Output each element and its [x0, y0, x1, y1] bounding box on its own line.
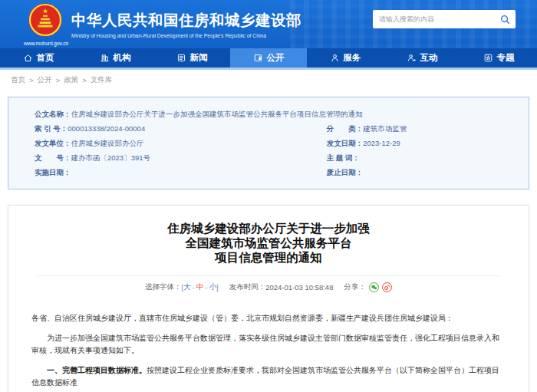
meta-value: 建筑市场监管: [363, 121, 407, 136]
search-input[interactable]: [373, 15, 494, 23]
dash: -: [205, 283, 207, 292]
paragraph-intro: 为进一步加强全国建筑市场监管公共服务平台数据管理，落实各级住房城乡建设主管部门数…: [31, 332, 506, 357]
nav-item-special-topic[interactable]: 专题: [460, 48, 537, 68]
dash: -: [193, 283, 195, 292]
meta-value: 2023-12-29: [363, 136, 400, 150]
meta-row-index: 索 引 号： 000013338/2024-00004 分 类： 建筑市场监管: [35, 121, 513, 136]
interaction-icon: [407, 53, 417, 63]
meta-value: 住房城乡建设部办公厅: [71, 136, 144, 150]
breadcrumb-separator: >: [56, 76, 61, 84]
document-body: 各省、自治区住房城乡建设厅，直辖市住房城乡建设（管）委，北京市规划自然资源委，新…: [31, 312, 506, 389]
publish-time-label: 发布时间：: [229, 282, 266, 292]
nav-item-organization[interactable]: 机构: [77, 48, 153, 68]
breadcrumb-item-policy[interactable]: 政策: [64, 75, 78, 85]
nav-item-interaction[interactable]: 互动: [384, 48, 460, 68]
document-meta-panel: 公文名称： 住房城乡建设部办公厅关于进一步加强全国建筑市场监管公共服务平台项目信…: [8, 97, 529, 189]
paragraph-salutation: 各省、自治区住房城乡建设厅，直辖市住房城乡建设（管）委，北京市规划自然资源委，新…: [31, 312, 506, 324]
paragraph-item1-lead: 一、完善工程项目数据标准。: [47, 366, 147, 374]
site-header: www.mohurd.gov.cn 中华人民共和国住房和城乡建设部 Minist…: [0, 0, 537, 48]
document-title-line: 项目信息管理的通知: [31, 250, 506, 265]
wechat-share-button[interactable]: [369, 282, 379, 292]
page: www.mohurd.gov.cn 中华人民共和国住房和城乡建设部 Minist…: [0, 0, 537, 392]
meta-label: 发文日期：: [327, 136, 364, 150]
bracket: ]: [216, 283, 219, 292]
document-box: 住房城乡建设部办公厅关于进一步加强 全国建筑市场监管公共服务平台 项目信息管理的…: [8, 205, 529, 392]
breadcrumb-separator: >: [82, 76, 87, 84]
nav-item-label: 公开: [267, 52, 285, 64]
nav-item-label: 专题: [497, 52, 515, 64]
national-emblem-logo: [28, 3, 62, 37]
meta-row-issuer: 发文单位： 住房城乡建设部办公厅 发文日期： 2023-12-29: [35, 136, 513, 150]
publish-time: 2024-01-03 10:58:48: [265, 283, 333, 292]
meta-value: 000013338/2024-00004: [68, 121, 145, 136]
main-nav: 首页 机构 新闻 公开 服务 互动 专题: [0, 48, 537, 70]
breadcrumb-item-home[interactable]: 首页: [11, 75, 25, 85]
nav-item-label: 机构: [114, 52, 131, 64]
search-box: [373, 10, 516, 28]
document-toolbar: 选择字体： [ 大 - 中 - 小 ] 发布时间： 2024-01-03 10:…: [31, 276, 506, 292]
nav-item-label: 互动: [420, 52, 438, 64]
share-label: 分享：: [344, 282, 366, 292]
weibo-share-button[interactable]: [382, 282, 392, 292]
font-size-medium-button[interactable]: 中: [196, 282, 204, 292]
search-button[interactable]: [494, 10, 516, 28]
breadcrumb-item-disclosure[interactable]: 公开: [38, 75, 52, 85]
special-topic-icon: [483, 53, 493, 63]
meta-label: 主 题 词：: [327, 150, 360, 165]
document-title-line: 住房城乡建设部办公厅关于进一步加强: [31, 221, 506, 236]
nav-item-home[interactable]: 首页: [0, 48, 77, 68]
breadcrumb: 首页 > 公开 > 政策 > 文件库: [0, 70, 537, 90]
meta-label: 分 类：: [327, 121, 364, 136]
wechat-icon: [371, 284, 377, 291]
meta-value: 住房城乡建设部办公厅关于进一步加强全国建筑市场监管公共服务平台项目信息管理的通知: [71, 107, 363, 121]
meta-row-dates: 实施日期： 废止日期：: [35, 165, 513, 180]
breadcrumb-item-library[interactable]: 文件库: [91, 75, 113, 85]
nav-item-label: 首页: [37, 52, 54, 64]
search-icon: [500, 15, 510, 25]
font-size-large-button[interactable]: 大: [183, 282, 191, 292]
meta-label: 文 号：: [35, 150, 71, 165]
breadcrumb-separator: >: [29, 76, 34, 84]
meta-label: 废止日期：: [327, 165, 364, 180]
site-titles: 中华人民共和国住房和城乡建设部 Ministry of Housing and …: [71, 10, 301, 38]
nav-item-label: 服务: [344, 52, 361, 64]
meta-label: 发文单位：: [35, 136, 71, 150]
meta-label: 索 引 号：: [35, 121, 68, 136]
site-subtitle-en: Ministry of Housing and Urban-Rural Deve…: [71, 33, 301, 38]
site-title: 中华人民共和国住房和城乡建设部: [71, 10, 301, 31]
nav-item-label: 新闻: [190, 52, 208, 64]
nav-item-news[interactable]: 新闻: [153, 48, 230, 68]
organization-icon: [100, 53, 110, 63]
meta-label: 公文名称：: [35, 107, 71, 121]
meta-row-number: 文 号： 建办市函〔2023〕391号 主 题 词：: [35, 150, 513, 165]
nav-item-disclosure[interactable]: 公开: [230, 48, 307, 68]
paragraph-item1: 一、完善工程项目数据标准。按照建设工程企业资质标准要求，我部对全国建筑市场监管公…: [31, 364, 506, 389]
home-icon: [23, 53, 33, 63]
emblem-wrap: www.mohurd.gov.cn: [25, 3, 65, 46]
service-icon: [330, 53, 340, 63]
meta-row-title: 公文名称： 住房城乡建设部办公厅关于进一步加强全国建筑市场监管公共服务平台项目信…: [35, 107, 513, 121]
disclosure-icon: [253, 53, 263, 63]
news-icon: [176, 53, 186, 63]
document-title-line: 全国建筑市场监管公共服务平台: [31, 236, 506, 250]
font-size-small-button[interactable]: 小: [209, 282, 217, 292]
nav-item-service[interactable]: 服务: [307, 48, 384, 68]
weibo-icon: [384, 284, 390, 291]
meta-value: 建办市函〔2023〕391号: [71, 150, 150, 165]
font-size-label: 选择字体：: [145, 282, 182, 292]
meta-label: 实施日期：: [35, 165, 71, 180]
document-title: 住房城乡建设部办公厅关于进一步加强 全国建筑市场监管公共服务平台 项目信息管理的…: [31, 221, 506, 265]
site-url: www.mohurd.gov.cn: [24, 41, 64, 46]
